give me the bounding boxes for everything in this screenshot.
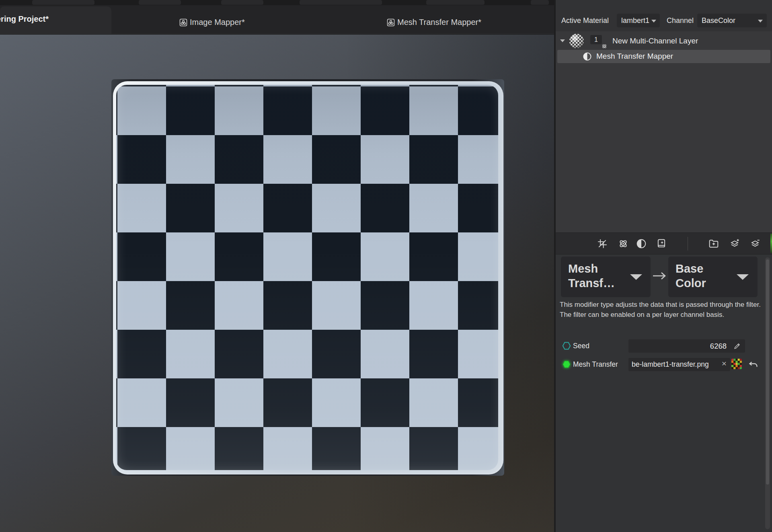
tab-label: ering Project* [0,14,49,24]
mesh-transfer-filename: be-lambert1-transfer.png [632,360,709,369]
add-layer-icon[interactable] [729,238,740,249]
viewport-canvas[interactable] [0,34,554,532]
expander-chevron-down-icon[interactable] [560,39,565,42]
active-material-label: Active Material [561,16,609,25]
layer-name: New Multi-Channel Layer [612,37,698,45]
channel-dropdown[interactable]: BaseColor [697,14,767,27]
top-strip-button[interactable] [139,0,181,5]
clipped-icon-sliver [770,234,772,253]
top-strip-button[interactable] [300,0,382,5]
remove-layer-icon[interactable] [750,238,760,249]
top-strip-button[interactable] [426,0,485,5]
revert-undo-icon[interactable] [748,359,759,370]
modifier-description: This modifier type adjusts the data that… [560,300,766,320]
image-library-icon[interactable] [656,238,667,249]
adjustment-contrast-icon[interactable] [636,238,647,249]
layer-name: Mesh Transfer Mapper [596,52,673,61]
chevron-down-icon [737,274,749,280]
target-channel-value: Base Color [676,261,724,290]
add-group-folder-icon[interactable] [708,238,719,249]
layer-list: 1 New Multi-Channel Layer Mesh Transfer … [556,31,772,232]
chevron-down-icon [630,274,642,280]
top-strip-button[interactable] [221,0,263,5]
mapper-icon [179,18,187,27]
checker-texture [116,85,498,470]
layer-toolbar [556,232,772,255]
top-strip [0,0,554,5]
texture-thumbnail[interactable] [731,359,742,369]
crop-transform-icon[interactable] [597,238,608,249]
modifier-properties: Mesh Transf… Base Color This modifier ty… [556,255,772,532]
chevron-down-icon [651,20,656,23]
layer-thumbnail-sphere[interactable] [569,33,584,49]
channel-value: BaseColor [702,16,735,25]
adjustment-contrast-icon [583,52,592,61]
channel-label: Channel [667,16,694,25]
cached-procedural-icon [602,43,607,49]
layer-row-mesh-transfer-mapper[interactable]: Mesh Transfer Mapper [557,50,770,63]
seed-value: 6268 [710,342,727,351]
seed-input[interactable]: 6268 [628,339,745,353]
tab-label: Image Mapper* [190,18,245,27]
arrow-right-icon [651,271,667,281]
top-strip-button[interactable] [32,0,94,5]
procedural-cache-icon[interactable] [618,238,628,249]
application-window: ering Project* Image Mapper* Mesh Transf… [0,0,772,532]
clear-file-icon[interactable]: × [722,359,727,368]
checkerboard-face [113,81,503,474]
seed-state-hexagon-icon[interactable] [562,342,571,350]
layer-row-multi-channel[interactable]: 1 New Multi-Channel Layer [556,32,772,51]
seed-label: Seed [573,342,589,350]
mesh-transfer-state-hexagon-icon[interactable] [562,360,571,368]
material-value: lambert1 [621,16,649,25]
mesh-transfer-file-input[interactable]: be-lambert1-transfer.png × [628,358,730,371]
target-channel-dropdown[interactable]: Base Color [668,257,758,297]
tab-label: Mesh Transfer Mapper* [397,18,481,27]
mesh-transfer-label: Mesh Transfer [573,360,618,369]
layer-count-badge: 1 [590,35,602,44]
checkerboard-object[interactable] [111,79,504,476]
scrollbar-thumb[interactable] [766,259,769,485]
top-strip-button[interactable] [531,0,549,5]
chevron-down-icon [758,20,763,23]
edit-pencil-icon[interactable] [733,342,741,350]
material-dropdown[interactable]: lambert1 [617,14,660,27]
mapper-icon [387,18,395,27]
toolbar-divider [688,237,688,251]
properties-scrollbar[interactable] [765,257,770,529]
modifier-type-value: Mesh Transf… [568,261,622,290]
viewport-tab-bar: ering Project* Image Mapper* Mesh Transf… [0,5,554,34]
tab-rendering-project[interactable]: ering Project* [0,6,111,34]
layers-panel: Active Material lambert1 Channel BaseCol… [556,0,772,532]
modifier-type-dropdown[interactable]: Mesh Transf… [561,257,651,297]
active-material-bar: Active Material lambert1 Channel BaseCol… [556,10,772,32]
